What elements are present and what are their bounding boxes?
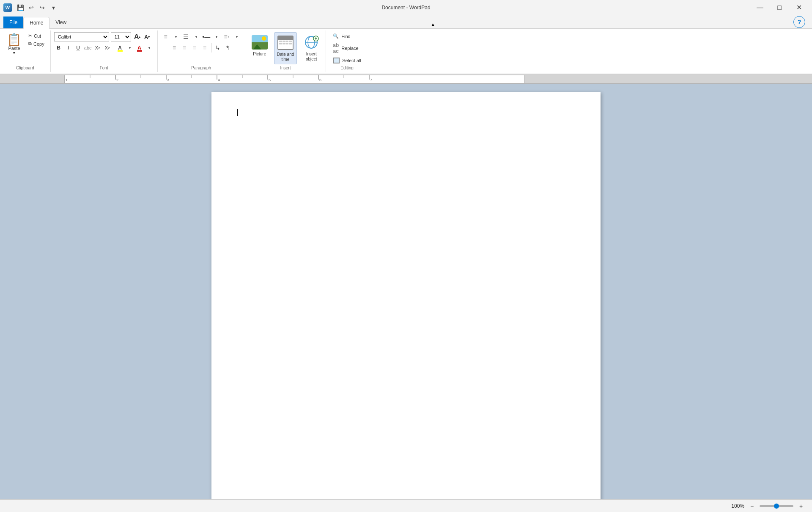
picture-icon: [251, 34, 268, 51]
font-group: Calibri Arial Times New Roman 11 8 10 12…: [51, 30, 158, 72]
indent-left-button[interactable]: ↰: [223, 43, 233, 52]
replace-button[interactable]: abac Replace: [329, 41, 365, 55]
picture-button[interactable]: Picture: [249, 32, 271, 58]
cut-button[interactable]: ✂ Cut: [26, 32, 47, 39]
ruler-left-margin: [0, 75, 64, 83]
paste-button[interactable]: 📋 Paste ▾: [3, 32, 25, 57]
document-page[interactable]: [211, 92, 601, 499]
insert-object-button[interactable]: Insertobject: [300, 32, 322, 63]
ribbon-collapse-button[interactable]: ▲: [429, 20, 437, 28]
zoom-in-button[interactable]: +: [797, 502, 805, 510]
date-time-button[interactable]: Date andtime: [274, 32, 297, 64]
highlight-icon: A: [118, 45, 122, 51]
copy-button[interactable]: ⧉ Copy: [26, 40, 47, 47]
find-button[interactable]: 🔍 Find: [329, 32, 365, 40]
find-icon: 🔍: [333, 33, 339, 39]
justify-button[interactable]: ≡: [200, 43, 209, 52]
svg-text:2: 2: [116, 78, 118, 82]
insert-object-label: Insertobject: [306, 52, 317, 62]
line-spacing-button[interactable]: ≡↕: [222, 32, 231, 41]
unordered-list-button[interactable]: ☰: [181, 32, 191, 41]
zoom-slider[interactable]: [760, 505, 793, 507]
help-button[interactable]: ?: [793, 16, 805, 28]
cut-label: Cut: [34, 33, 41, 39]
clipboard-side-buttons: ✂ Cut ⧉ Copy: [26, 32, 47, 47]
maximize-button[interactable]: □: [770, 0, 789, 15]
decrease-font-size-button[interactable]: A▾: [143, 32, 152, 41]
document-wrapper[interactable]: [0, 84, 812, 499]
subscript-button[interactable]: X2: [93, 43, 102, 52]
clipboard-group-content: 📋 Paste ▾ ✂ Cut ⧉ Copy: [3, 32, 47, 65]
font-color-button[interactable]: A: [135, 43, 144, 52]
editing-group-label: Editing: [340, 65, 354, 70]
font-size-buttons: A▴ A▾: [133, 32, 152, 41]
align-right-button[interactable]: ≡: [190, 43, 199, 52]
ordered-list-button[interactable]: ≡: [161, 32, 170, 41]
highlight-color-button[interactable]: A: [115, 43, 125, 52]
strikethrough-button[interactable]: abc: [83, 43, 93, 52]
indent-right-button[interactable]: ↳: [213, 43, 222, 52]
paragraph-row2: ≡ ≡ ≡ ≡ ↳ ↰: [170, 43, 233, 52]
underline-button[interactable]: U: [74, 43, 83, 52]
ribbon-tab-bar: File Home View ▲ ?: [0, 15, 812, 29]
ruler-svg: 1 2 3 4 5 6 7: [65, 75, 524, 83]
tab-home[interactable]: Home: [23, 17, 49, 29]
paste-icon: 📋: [7, 34, 22, 46]
zoom-out-button[interactable]: −: [748, 502, 756, 510]
save-quick-btn[interactable]: 💾: [15, 3, 25, 13]
redo-quick-btn[interactable]: ↪: [37, 3, 47, 13]
minimize-button[interactable]: —: [750, 0, 770, 15]
find-label: Find: [341, 34, 350, 39]
zoom-level-label: 100%: [731, 503, 744, 509]
ruler-container: 1 2 3 4 5 6 7: [0, 74, 812, 84]
select-all-icon: [333, 58, 340, 63]
increase-font-size-button[interactable]: A▴: [133, 32, 142, 41]
font-family-select[interactable]: Calibri Arial Times New Roman: [54, 32, 109, 41]
close-button[interactable]: ✕: [789, 0, 809, 15]
highlight-dropdown-btn[interactable]: ▾: [125, 43, 134, 52]
font-size-select[interactable]: 11 8 10 12 14: [111, 32, 131, 41]
app-icon: W: [3, 3, 12, 12]
ribbon: 📋 Paste ▾ ✂ Cut ⧉ Copy Clipboard Cal: [0, 29, 812, 74]
line-spacing-dropdown[interactable]: ▾: [232, 32, 241, 41]
replace-label: Replace: [341, 46, 358, 51]
color-buttons: A ▾ A ▾: [115, 43, 154, 52]
paragraph-group-content: ≡ ▾ ☰ ▾ •— ▾ ≡↕ ▾ ≡ ≡ ≡ ≡ ↳ ↰: [161, 32, 241, 65]
editing-group: 🔍 Find abac Replace Select all Editing: [326, 30, 368, 72]
ruler-right-margin: [524, 75, 812, 83]
scissors-icon: ✂: [28, 33, 32, 39]
picture-label: Picture: [253, 52, 266, 57]
ruler: 1 2 3 4 5 6 7: [64, 75, 524, 83]
select-all-button[interactable]: Select all: [329, 56, 365, 65]
font-group-label: Font: [100, 65, 108, 70]
font-format-row: B I U abc X2 X2 A ▾ A: [54, 43, 154, 52]
insert-group-content: Picture Date andtime: [249, 32, 323, 65]
paragraph-separator: [211, 43, 211, 52]
svg-text:1: 1: [66, 78, 68, 82]
svg-text:7: 7: [370, 78, 372, 82]
insert-group: Picture Date andtime: [245, 30, 326, 72]
align-left-button[interactable]: ≡: [170, 43, 179, 52]
title-bar-left: W 💾 ↩ ↪ ▾: [3, 3, 58, 13]
unordered-list-dropdown[interactable]: ▾: [192, 32, 201, 41]
italic-button[interactable]: I: [64, 43, 73, 52]
ordered-list-dropdown[interactable]: ▾: [171, 32, 181, 41]
align-center-button[interactable]: ≡: [180, 43, 189, 52]
tab-view[interactable]: View: [49, 17, 72, 28]
title-bar: W 💾 ↩ ↪ ▾ Document - WordPad — □ ✕: [0, 0, 812, 15]
undo-quick-btn[interactable]: ↩: [26, 3, 36, 13]
editing-group-content: 🔍 Find abac Replace Select all: [329, 32, 365, 65]
bullet-list-button[interactable]: •—: [202, 32, 211, 41]
insert-group-label: Insert: [280, 65, 291, 70]
text-cursor: [237, 109, 238, 116]
zoom-thumb: [774, 504, 779, 509]
format-buttons: B I U abc X2 X2: [54, 43, 112, 52]
bullet-list-dropdown[interactable]: ▾: [212, 32, 221, 41]
tab-file[interactable]: File: [3, 17, 23, 28]
quick-access-dropdown-btn[interactable]: ▾: [48, 3, 58, 13]
paragraph-row1: ≡ ▾ ☰ ▾ •— ▾ ≡↕ ▾: [161, 32, 241, 41]
window-title: Document - WordPad: [381, 5, 430, 11]
superscript-button[interactable]: X2: [103, 43, 112, 52]
bold-button[interactable]: B: [54, 43, 63, 52]
font-color-dropdown-btn[interactable]: ▾: [145, 43, 154, 52]
